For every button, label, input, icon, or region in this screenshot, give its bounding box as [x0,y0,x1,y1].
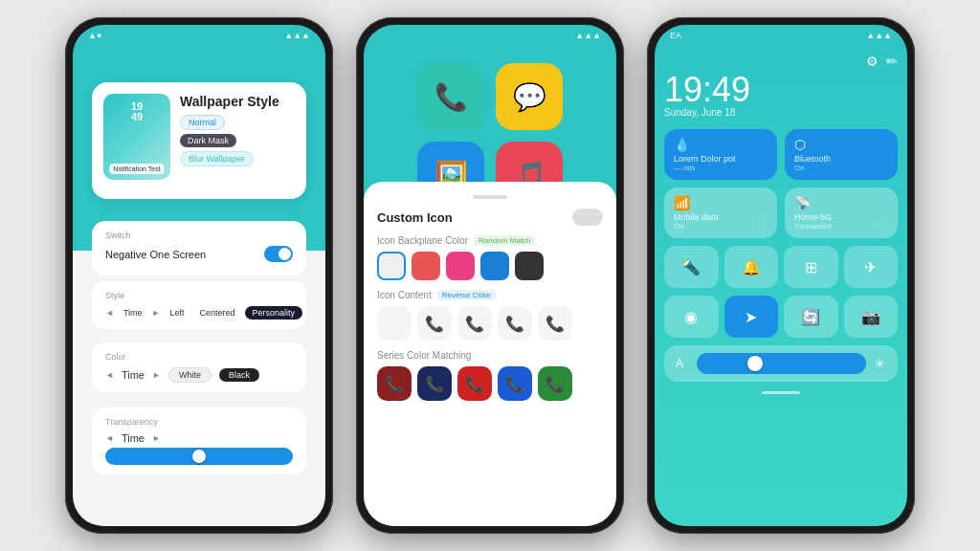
cc-tile-mobile-value: On [674,222,768,231]
status-bar-1: ▲● ▲▲▲ [73,25,325,46]
cc-header-icons: ⚙ ✏ [866,54,898,69]
color-black-btn[interactable]: Black [219,368,259,382]
icon-variant-dark[interactable]: 📞 [538,306,572,341]
style-label: Style [105,291,293,300]
phone-2-screen: ▲▲▲ 📞 💬 🖼️ 🎵 Custom Icon Icon Backplane … [364,25,616,526]
cc-header: ⚙ ✏ [664,54,898,69]
icon-variant-coral[interactable]: 📞 [457,306,492,341]
phone-2: ▲▲▲ 📞 💬 🖼️ 🎵 Custom Icon Icon Backplane … [356,17,624,534]
cc-tile-water[interactable]: 💧 Lorem Dolor pot — nils [664,129,777,180]
content-tag: Reverse Color [437,290,496,300]
wallpaper-card-info: Wallpaper Style Normal Dark Mask Blur Wa… [180,94,279,166]
edit-icon[interactable]: ✏ [886,54,898,69]
icon-variant-blue[interactable]: 📞 [498,306,532,341]
phone-3-screen: EA ▲▲▲ ⚙ ✏ 19:49 Sunday, June 18 💧 [655,25,907,526]
wallpaper-preview: 19 49 Notification Test [103,94,170,180]
icon-variant-red[interactable]: 📞 [417,306,452,341]
panel-header: Custom Icon [377,209,603,226]
cc-airplane[interactable]: ✈ [844,246,899,288]
style-centered[interactable]: Centered [194,306,241,320]
status-user-3: EA [670,31,681,40]
series-red[interactable]: 📞 [457,366,492,401]
wallpaper-card: 19 49 Notification Test Wallpaper Style … [92,82,306,199]
color-swatches [377,252,603,280]
phone-1-screen: ▲● ▲▲▲ 19 49 Notification Test Wallpaper… [73,25,325,526]
cc-camera[interactable]: 📷 [844,296,899,338]
transparency-slider[interactable] [105,448,293,465]
color-arrow-right[interactable]: ► [152,370,161,380]
water-icon: 💧 [674,137,690,152]
swatch-red[interactable] [412,252,440,280]
app-phone-icon[interactable]: 📞 [417,63,484,130]
wallpaper-card-top: 19 49 Notification Test Wallpaper Style … [103,94,295,180]
color-arrow-left[interactable]: ◄ [105,370,114,380]
cc-flashlight[interactable]: 🔦 [664,246,719,288]
transparency-section: Transparency ◄ Time ► [92,408,306,474]
cc-tile-water-value: — nils [674,164,768,172]
status-icons-3: ▲▲▲ [866,31,892,40]
cc-time: 19:49 [664,73,898,107]
backplane-label: Icon Backplane Color Random Match [377,235,603,246]
swatch-pink[interactable] [446,252,475,280]
wallpaper-btn-normal[interactable]: Normal [180,115,225,130]
brightness-thumb [747,356,763,371]
cc-tile-water-header: 💧 [674,137,768,154]
app-chat-icon[interactable]: 💬 [496,63,563,130]
series-navy[interactable]: 📞 [417,366,452,401]
cc-quick-row-1: 🔦 🔔 ⊞ ✈ [664,246,898,288]
wifi-icon: 📡 [794,195,811,210]
swatch-blue[interactable] [480,252,509,280]
color-time: Time [122,369,145,381]
cc-tile-water-label: Lorem Dolor pot [674,154,768,164]
transparency-arrow-left[interactable]: ◄ [105,433,114,443]
bluetooth-icon: ⬡ [794,137,806,152]
brightness-sun-icon: ☀ [874,356,886,371]
cc-tile-bt-value: On [794,164,888,172]
brightness-a-label: A [676,357,689,370]
icon-variant-white[interactable] [377,306,412,341]
style-left[interactable]: Left [165,306,190,320]
wallpaper-btn-blur[interactable]: Blur Wallpaper [180,151,254,166]
cc-tile-bt-label: Bluetooth [794,154,888,164]
cc-location[interactable]: ➤ [724,296,779,338]
negative-screen-toggle[interactable] [264,246,293,262]
style-arrow-left[interactable]: ◄ [105,308,114,318]
swatch-dark[interactable] [515,252,544,280]
cc-tile-mobile[interactable]: 📶 Mobile data On [664,187,777,238]
cc-main-grid: 💧 Lorem Dolor pot — nils ⬡ Bluetooth On … [664,129,898,238]
transparency-time: Time [122,432,145,444]
swatch-white[interactable] [377,252,406,280]
series-green[interactable]: 📞 [538,366,572,401]
wallpaper-notification: Notification Test [109,164,164,174]
negative-screen-label: Negative One Screen [105,249,206,260]
wallpaper-options: Normal Dark Mask Blur Wallpaper [180,115,279,166]
wallpaper-btn-dark[interactable]: Dark Mask [180,134,236,147]
phone-1: ▲● ▲▲▲ 19 49 Notification Test Wallpaper… [65,17,333,534]
cc-tile-bluetooth[interactable]: ⬡ Bluetooth On [785,129,898,180]
cc-tile-wifi[interactable]: 📡 Home-5G Connected [785,187,898,238]
cc-tile-wifi-value: Connected [794,222,888,231]
transparency-row: ◄ Time ► [105,432,293,444]
cc-tile-mobile-header: 📶 [674,195,768,212]
panel-toggle[interactable] [572,209,603,226]
cc-bell[interactable]: 🔔 [724,246,779,288]
color-white-btn[interactable]: White [168,367,212,383]
cc-quick-row-2: ◉ ➤ 🔄 📷 [664,296,898,338]
icon-variants: 📞 📞 📞 📞 [377,306,603,341]
cc-cast[interactable]: ⊞ [784,246,838,288]
wallpaper-clock: 19 49 [131,101,143,122]
series-blue[interactable]: 📞 [498,366,532,401]
series-row: 📞 📞 📞 📞 📞 [377,366,603,401]
cc-sync[interactable]: 🔄 [784,296,838,338]
brightness-bar[interactable] [697,353,866,374]
transparency-arrow-right[interactable]: ► [152,433,161,443]
settings-icon[interactable]: ⚙ [866,54,879,69]
status-time-1: ▲● [88,31,101,40]
status-bar-3: EA ▲▲▲ [655,25,907,46]
style-personality[interactable]: Personality [245,306,303,320]
cc-tile-wifi-label: Home-5G [794,212,888,222]
series-dark-red[interactable]: 📞 [377,366,412,401]
cc-eye[interactable]: ◉ [664,296,719,338]
cc-brightness-row: A ☀ [664,345,898,382]
style-arrow-right[interactable]: ► [152,308,161,318]
